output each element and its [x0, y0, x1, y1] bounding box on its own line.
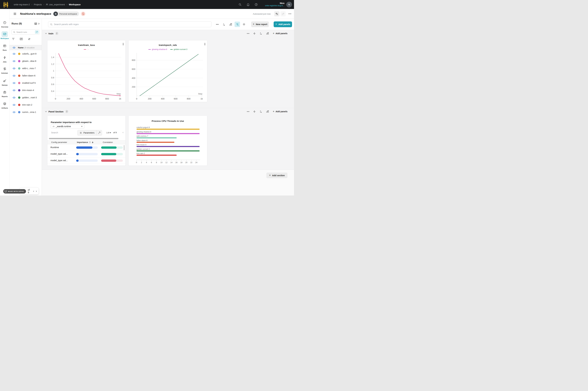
param-page-range[interactable]: 1-9 ▾ — [107, 131, 111, 134]
runs-table-view-icon[interactable] — [34, 22, 37, 25]
visibility-eye-icon[interactable] — [13, 67, 15, 69]
section-add-panels-button[interactable]: + Add panels — [273, 110, 287, 113]
run-row[interactable]: fallen-dawn-6 — [9, 72, 42, 79]
column-config-parameter[interactable]: Config parameter — [51, 141, 67, 143]
sidebar-item-overview[interactable]: Overview — [0, 20, 9, 28]
run-name[interactable]: golden...nset-3 — [22, 96, 37, 99]
run-name[interactable]: exalted-surf-5 — [22, 82, 36, 84]
avatar[interactable]: N — [286, 2, 292, 7]
visibility-eye-icon[interactable] — [13, 53, 15, 55]
breadcrumb-item[interactable]: Projects — [34, 3, 42, 6]
notifications-bell-icon[interactable] — [246, 3, 250, 6]
visibility-eye-icon[interactable] — [13, 104, 15, 106]
new-report-button[interactable]: + New report — [251, 21, 269, 27]
user-org-link[interactable]: smle-registries-bug-b... — [265, 4, 284, 7]
cpu-bar[interactable] — [136, 146, 200, 147]
run-row[interactable]: golden...nset-3 — [9, 94, 42, 101]
help-icon[interactable] — [254, 3, 258, 6]
column-correlation[interactable]: Correlation — [103, 141, 113, 143]
visibility-eye-icon[interactable] — [13, 82, 15, 84]
param-table-row[interactable]: Runtime — [47, 144, 125, 151]
sidebar-item-sweeps[interactable]: Sweeps — [0, 78, 9, 86]
cpu-bar[interactable] — [136, 133, 200, 134]
run-name[interactable]: trim-moon-4 — [22, 89, 34, 92]
parameters-manager-button[interactable]: Parameters — [77, 130, 102, 135]
run-row[interactable]: trim-rain-2 — [9, 101, 42, 108]
regex-toggle[interactable]: .* — [35, 30, 39, 34]
user-info[interactable]: Nico smle-registries-bug-b... — [265, 2, 284, 7]
sort-icon[interactable] — [28, 38, 30, 40]
train-loss-chart[interactable]: 0.40.60.811.21.402004006008001kStep — [49, 52, 124, 101]
magic-wand-icon[interactable] — [96, 130, 102, 135]
visibility-eye-icon[interactable] — [13, 89, 15, 91]
search-icon[interactable] — [238, 3, 242, 6]
run-name[interactable]: colorfu...gurt-9 — [22, 53, 36, 55]
cpu-bar[interactable] — [136, 137, 177, 138]
column-importance[interactable]: Importance — [77, 141, 94, 143]
visibility-eye-icon[interactable] — [13, 97, 15, 98]
panel-cpu-threads[interactable]: Process CPU Threads In Use colorful-yogu… — [128, 116, 207, 166]
vertical-scrollbar[interactable] — [124, 145, 124, 150]
cpu-threads-chart[interactable]: colorful-yogurt-9glowing-shadow-8wild-co… — [136, 126, 200, 157]
runs-list-header[interactable]: Name (9 visualize — [9, 45, 42, 50]
run-name[interactable]: fallen-dawn-6 — [22, 74, 35, 77]
run-name[interactable]: glowin...dow-8 — [22, 60, 36, 62]
prev-page-chevron-icon[interactable]: ‹ — [33, 190, 34, 193]
legend-entry[interactable]: : - — [84, 48, 89, 50]
run-row[interactable]: summ...sma-1 — [9, 108, 42, 116]
panel-drag-handle[interactable] — [122, 43, 124, 46]
run-name[interactable]: trim-rain-2 — [22, 103, 32, 106]
toolbar-overflow-icon[interactable] — [215, 22, 220, 27]
section-sparkle-icon[interactable] — [253, 32, 256, 35]
sidebar-item-automations[interactable]: Automat. — [0, 66, 9, 74]
full-fidelity-icon[interactable] — [235, 22, 240, 27]
param-search-input[interactable] — [51, 131, 71, 134]
collapse-section-chevron-icon[interactable] — [45, 111, 47, 112]
header-overflow-icon[interactable]: ••• — [288, 13, 292, 15]
visibility-eye-icon[interactable] — [13, 47, 15, 49]
sidebar-item-artifacts[interactable]: Artifacts — [0, 101, 9, 109]
run-row[interactable]: glowin...dow-8 — [9, 57, 42, 65]
section-title[interactable]: Panel Section — [48, 110, 63, 113]
visibility-eye-icon[interactable] — [13, 60, 15, 62]
panel-epoch-ndx[interactable]: train/epoch_ndx glowing-shadow-8golden-s… — [128, 40, 207, 102]
x-axis-settings-icon[interactable]: x — [221, 22, 227, 27]
section-overflow-icon[interactable] — [247, 33, 249, 34]
cpu-bar[interactable] — [136, 150, 200, 151]
param-table-row[interactable]: model_type.val... — [47, 157, 125, 164]
horizontal-scrollbar[interactable] — [49, 138, 118, 139]
collapse-sidebar-icon[interactable] — [13, 13, 16, 15]
breadcrumb-item[interactable]: zoo_experiment — [46, 3, 65, 6]
cpu-bar[interactable] — [136, 129, 200, 130]
settings-gear-icon[interactable] — [241, 22, 247, 27]
sidebar-item-jobs[interactable]: Jobs — [0, 55, 9, 63]
wandb-logo-icon[interactable] — [3, 1, 8, 8]
section-sparkle-icon[interactable] — [253, 110, 256, 113]
run-name[interactable]: summ...sma-1 — [22, 111, 36, 113]
run-row[interactable]: trim-moon-4 — [9, 87, 42, 94]
param-table-row[interactable]: model_type.val... — [47, 151, 125, 157]
expand-runs-chevron-icon[interactable] — [38, 23, 40, 25]
cpu-bar[interactable] — [136, 155, 177, 156]
panel-drag-handle[interactable] — [204, 43, 206, 46]
section-x-axis-icon[interactable]: x — [259, 32, 262, 35]
add-panels-button[interactable]: + Add panels — [274, 21, 292, 27]
cpu-bar[interactable] — [136, 142, 174, 143]
metric-selector-dropdown[interactable]: _wandb.runtime ▼ — [51, 124, 84, 128]
visibility-eye-icon[interactable] — [13, 75, 15, 77]
section-add-panels-button[interactable]: + Add panels — [273, 32, 287, 35]
section-title[interactable]: train — [48, 32, 53, 35]
personal-workspace-badge[interactable]: N Personal workspace — [53, 11, 79, 16]
sidebar-item-runs[interactable]: Runs — [0, 43, 9, 51]
param-prev-page-chevron-icon[interactable]: ‹ — [122, 131, 123, 134]
section-overflow-icon[interactable] — [247, 111, 249, 112]
visibility-eye-icon[interactable] — [13, 111, 15, 113]
next-page-chevron-icon[interactable]: › — [36, 190, 37, 193]
run-row[interactable]: exalted-surf-5 — [9, 79, 42, 87]
legend-entry[interactable]: golden-sunset-3 — [170, 48, 187, 50]
run-name[interactable]: wild-c...mos-7 — [22, 67, 36, 70]
run-row[interactable]: colorfu...gurt-9 — [9, 50, 42, 57]
group-list-icon[interactable] — [20, 38, 23, 40]
panel-train-loss[interactable]: train/train_loss : - 0.40.60.811.21.4020… — [47, 40, 125, 102]
filter-icon[interactable] — [12, 38, 15, 40]
